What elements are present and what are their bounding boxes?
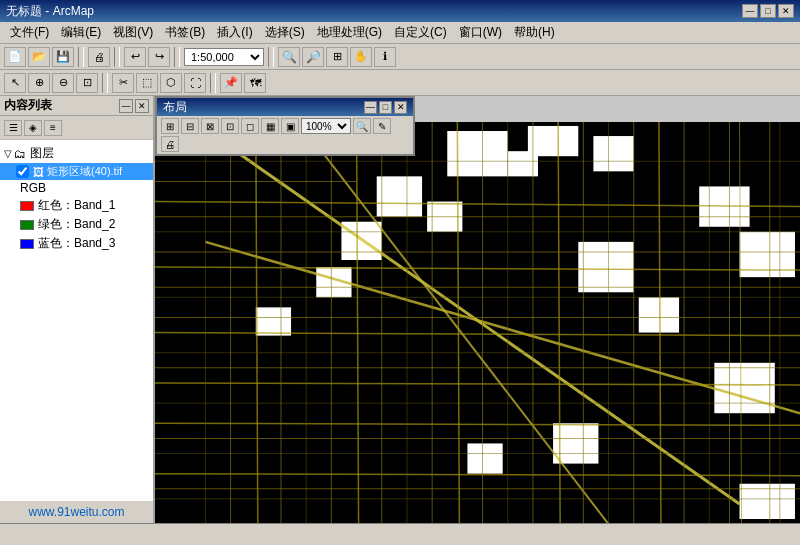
print-button[interactable]: 🖨 [88, 47, 110, 67]
ft-btn3[interactable]: ⊠ [201, 118, 219, 134]
svg-rect-4 [377, 176, 422, 216]
full-extent-button[interactable]: ⊞ [326, 47, 348, 67]
panel-toolbar: ☰ ◈ ≡ [0, 116, 153, 140]
layer-checkbox[interactable] [16, 165, 29, 178]
ft-btn6[interactable]: ▦ [261, 118, 279, 134]
float-toolbar-controls: — □ ✕ [364, 101, 407, 114]
ft-btn5[interactable]: ◻ [241, 118, 259, 134]
map-area[interactable]: 布局 — □ ✕ ⊞ ⊟ ⊠ ⊡ ◻ ▦ ▣ 100% 🔍 ✎ [155, 96, 800, 523]
menu-item-文件F[interactable]: 文件(F) [4, 22, 55, 43]
ft-btn10[interactable]: 🖨 [161, 136, 179, 152]
tb2-btn10[interactable]: 🗺 [244, 73, 266, 93]
window-controls: — □ ✕ [742, 4, 794, 18]
svg-rect-17 [639, 297, 679, 332]
menu-bar: 文件(F)编辑(E)视图(V)书签(B)插入(I)选择(S)地理处理(G)自定义… [0, 22, 800, 44]
panel-controls: — ✕ [119, 99, 149, 113]
ft-btn2[interactable]: ⊟ [181, 118, 199, 134]
panel-minimize[interactable]: — [119, 99, 133, 113]
menu-item-窗口W[interactable]: 窗口(W) [453, 22, 508, 43]
tb2-btn3[interactable]: ⊖ [52, 73, 74, 93]
menu-item-插入I[interactable]: 插入(I) [211, 22, 258, 43]
identify-button[interactable]: ℹ [374, 47, 396, 67]
svg-rect-1 [447, 131, 507, 176]
band-green-label: 绿色：Band_2 [38, 216, 115, 233]
layer-file-icon: 🖼 [33, 166, 44, 178]
svg-rect-6 [578, 242, 633, 292]
zoom-selector[interactable]: 100% [301, 118, 351, 134]
band-blue-item: 蓝色：Band_3 [20, 234, 153, 253]
layer-name: 矩形区域(40).tif [47, 164, 122, 179]
float-toolbar-body: ⊞ ⊟ ⊠ ⊡ ◻ ▦ ▣ 100% 🔍 ✎ 🖨 [157, 116, 413, 154]
layer-group: ▽ 🗂 图层 🖼 矩形区域(40).tif RGB [0, 144, 153, 253]
menu-item-书签B[interactable]: 书签(B) [159, 22, 211, 43]
ft-btn7[interactable]: ▣ [281, 118, 299, 134]
menu-item-视图V[interactable]: 视图(V) [107, 22, 159, 43]
band-red-item: 红色：Band_1 [20, 196, 153, 215]
undo-button[interactable]: ↩ [124, 47, 146, 67]
new-button[interactable]: 📄 [4, 47, 26, 67]
ft-btn4[interactable]: ⊡ [221, 118, 239, 134]
tb2-btn9[interactable]: 📌 [220, 73, 242, 93]
separator4 [268, 47, 274, 67]
green-color-swatch [20, 220, 34, 230]
rgb-label-item: RGB [20, 180, 153, 196]
map-canvas[interactable] [155, 122, 800, 523]
ft-btn8[interactable]: 🔍 [353, 118, 371, 134]
group-label: 图层 [30, 145, 54, 162]
tb2-sep2 [210, 73, 216, 93]
redo-button[interactable]: ↪ [148, 47, 170, 67]
tb2-btn1[interactable]: ↖ [4, 73, 26, 93]
layer-view-button[interactable]: ◈ [24, 120, 42, 136]
menu-item-地理处理G[interactable]: 地理处理(G) [311, 22, 388, 43]
svg-rect-12 [714, 363, 774, 413]
ft-minimize[interactable]: — [364, 101, 377, 114]
status-bar [0, 523, 800, 545]
panel-close[interactable]: ✕ [135, 99, 149, 113]
svg-rect-3 [593, 136, 633, 171]
tb2-btn2[interactable]: ⊕ [28, 73, 50, 93]
save-button[interactable]: 💾 [52, 47, 74, 67]
left-panel: 内容列表 — ✕ ☰ ◈ ≡ ▽ 🗂 图层 🖼 [0, 96, 155, 523]
separator2 [114, 47, 120, 67]
menu-item-编辑E[interactable]: 编辑(E) [55, 22, 107, 43]
ft-btn1[interactable]: ⊞ [161, 118, 179, 134]
open-button[interactable]: 📂 [28, 47, 50, 67]
ft-close[interactable]: ✕ [394, 101, 407, 114]
tb2-btn8[interactable]: ⛶ [184, 73, 206, 93]
watermark: www.91weitu.com [0, 501, 153, 523]
tb2-sep1 [102, 73, 108, 93]
source-view-button[interactable]: ≡ [44, 120, 62, 136]
list-view-button[interactable]: ☰ [4, 120, 22, 136]
float-toolbar: 布局 — □ ✕ ⊞ ⊟ ⊠ ⊡ ◻ ▦ ▣ 100% 🔍 ✎ [155, 96, 415, 156]
layer-item[interactable]: 🖼 矩形区域(40).tif [0, 163, 153, 180]
pan-button[interactable]: ✋ [350, 47, 372, 67]
menu-item-选择S[interactable]: 选择(S) [259, 22, 311, 43]
red-color-swatch [20, 201, 34, 211]
watermark-text: www.91weitu.com [28, 505, 124, 519]
zoom-out-button[interactable]: 🔎 [302, 47, 324, 67]
toolbar1: 📄 📂 💾 🖨 ↩ ↪ 1:50,000 🔍 🔎 ⊞ ✋ ℹ [0, 44, 800, 70]
menu-item-帮助H[interactable]: 帮助(H) [508, 22, 561, 43]
separator3 [174, 47, 180, 67]
close-button[interactable]: ✕ [778, 4, 794, 18]
panel-header: 内容列表 — ✕ [0, 96, 153, 116]
tb2-btn6[interactable]: ⬚ [136, 73, 158, 93]
tb2-btn5[interactable]: ✂ [112, 73, 134, 93]
main-area: 内容列表 — ✕ ☰ ◈ ≡ ▽ 🗂 图层 🖼 [0, 96, 800, 523]
tb2-btn4[interactable]: ⊡ [76, 73, 98, 93]
scale-selector[interactable]: 1:50,000 [184, 48, 264, 66]
window-title: 无标题 - ArcMap [6, 3, 742, 20]
tb2-btn7[interactable]: ⬡ [160, 73, 182, 93]
ft-btn9[interactable]: ✎ [373, 118, 391, 134]
minimize-button[interactable]: — [742, 4, 758, 18]
float-toolbar-title[interactable]: 布局 — □ ✕ [157, 98, 413, 116]
layer-group-header[interactable]: ▽ 🗂 图层 [0, 144, 153, 163]
panel-title: 内容列表 [4, 97, 52, 114]
separator1 [78, 47, 84, 67]
ft-maximize[interactable]: □ [379, 101, 392, 114]
maximize-button[interactable]: □ [760, 4, 776, 18]
svg-rect-14 [467, 443, 502, 473]
blue-color-swatch [20, 239, 34, 249]
menu-item-自定义C[interactable]: 自定义(C) [388, 22, 453, 43]
zoom-in-button[interactable]: 🔍 [278, 47, 300, 67]
